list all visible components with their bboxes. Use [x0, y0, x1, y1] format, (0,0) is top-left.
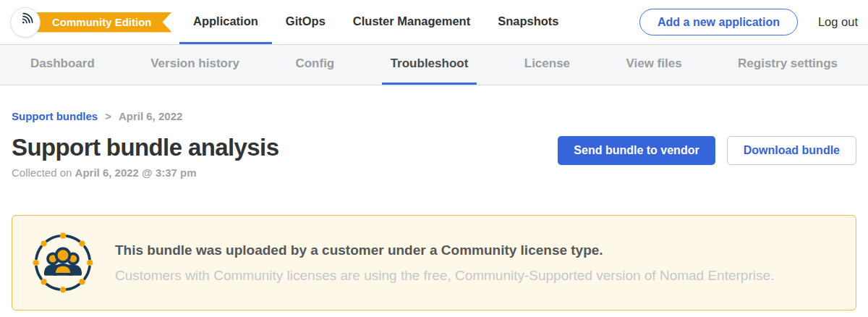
community-license-banner: This bundle was uploaded by a customer u…	[12, 215, 856, 310]
tab-gitops[interactable]: GitOps	[272, 0, 339, 44]
replicated-waves-icon	[16, 12, 35, 33]
app-logo	[10, 7, 41, 38]
brand-area: Community Edition	[0, 0, 179, 44]
collected-prefix: Collected on	[12, 166, 75, 179]
download-bundle-button[interactable]: Download bundle	[727, 136, 856, 165]
breadcrumb-support-bundles-link[interactable]: Support bundles	[12, 110, 98, 122]
title-row: Support bundle analysis Collected on Apr…	[12, 134, 856, 179]
breadcrumb-current-date: April 6, 2022	[119, 110, 182, 122]
community-people-icon	[33, 232, 93, 293]
tab-application[interactable]: Application	[179, 0, 272, 44]
community-edition-badge: Community Edition	[36, 12, 172, 33]
tab-cluster-management[interactable]: Cluster Management	[339, 0, 484, 44]
main-content: Support bundles > April 6, 2022 Support …	[0, 110, 868, 310]
collected-date: April 6, 2022 @ 3:37 pm	[75, 166, 197, 179]
subnav-item-view-files[interactable]: View files	[617, 45, 690, 85]
breadcrumb-separator: >	[105, 110, 111, 122]
app-subnav: Dashboard Version history Config Trouble…	[0, 45, 868, 85]
top-header: Community Edition Application GitOps Clu…	[0, 0, 868, 45]
banner-title: This bundle was uploaded by a customer u…	[115, 242, 774, 258]
title-block: Support bundle analysis Collected on Apr…	[12, 134, 278, 179]
subnav-item-dashboard[interactable]: Dashboard	[22, 45, 103, 85]
logout-link[interactable]: Log out	[818, 15, 858, 29]
breadcrumb: Support bundles > April 6, 2022	[12, 110, 856, 122]
send-bundle-to-vendor-button[interactable]: Send bundle to vendor	[558, 136, 715, 165]
add-new-application-button[interactable]: Add a new application	[639, 9, 798, 35]
collected-timestamp: Collected on April 6, 2022 @ 3:37 pm	[12, 166, 278, 179]
banner-text-block: This bundle was uploaded by a customer u…	[115, 242, 774, 284]
banner-subtitle: Customers with Community licenses are us…	[115, 268, 774, 284]
subnav-item-troubleshoot[interactable]: Troubleshoot	[382, 45, 477, 85]
tab-snapshots[interactable]: Snapshots	[484, 0, 572, 44]
primary-nav: Application GitOps Cluster Management Sn…	[179, 0, 573, 44]
subnav-item-config[interactable]: Config	[286, 45, 343, 85]
bundle-actions: Send bundle to vendor Download bundle	[558, 136, 856, 165]
header-actions: Add a new application Log out	[639, 0, 858, 44]
subnav-item-registry-settings[interactable]: Registry settings	[729, 45, 846, 85]
subnav-item-license[interactable]: License	[516, 45, 579, 85]
page-title: Support bundle analysis	[12, 134, 278, 161]
subnav-item-version-history[interactable]: Version history	[142, 45, 248, 85]
